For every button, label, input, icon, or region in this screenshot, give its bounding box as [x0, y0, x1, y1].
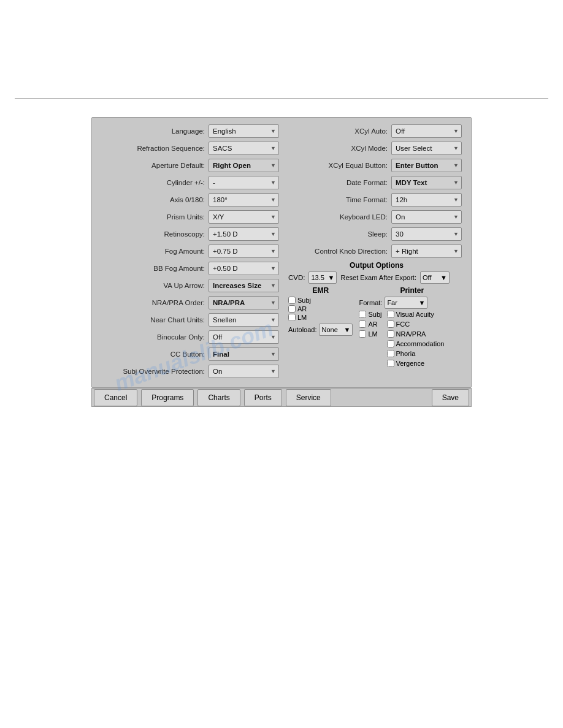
- emr-title: EMR: [288, 286, 353, 295]
- horizontal-divider: [15, 98, 548, 99]
- setting-dropdown[interactable]: Snellen▼: [209, 313, 279, 327]
- right-setting-label: Control Knob Direction:: [288, 248, 391, 255]
- output-options-section: Output Options CVD: 13.5 ▼ Reset Exam Af…: [288, 261, 465, 368]
- setting-label: NRA/PRA Order:: [98, 299, 209, 306]
- left-setting-row: Axis 0/180:180°▼: [98, 192, 282, 207]
- printer-checkbox[interactable]: [359, 320, 366, 328]
- setting-dropdown[interactable]: 180°▼: [209, 193, 279, 207]
- programs-button[interactable]: Programs: [141, 389, 194, 406]
- emr-checkbox-row: LM: [288, 314, 353, 321]
- right-setting-dropdown[interactable]: User Select▼: [391, 142, 462, 155]
- autoload-dropdown[interactable]: None ▼: [319, 324, 353, 336]
- left-setting-row: Subj Overwrite Protection:On▼: [98, 364, 282, 379]
- setting-label: Near Chart Units:: [98, 316, 209, 324]
- printer-checkbox-label: NRA/PRA: [396, 330, 426, 338]
- right-setting-row: Control Knob Direction:+ Right▼: [288, 244, 465, 259]
- right-setting-label: Date Format:: [288, 179, 391, 186]
- left-setting-row: BB Fog Amount:+0.50 D▼: [98, 261, 282, 276]
- autoload-label: Autoload:: [288, 326, 316, 333]
- left-setting-row: Refraction Sequence:SACS▼: [98, 141, 282, 156]
- right-setting-label: Sleep:: [288, 230, 391, 238]
- right-settings-column: XCyl Auto:Off▼XCyl Mode:User Select▼XCyl…: [288, 124, 465, 381]
- charts-button[interactable]: Charts: [197, 389, 240, 406]
- right-setting-row: Sleep:30▼: [288, 227, 465, 241]
- printer-checkbox-row: Visual Acuity: [387, 311, 445, 318]
- printer-checkbox-label: Accommodation: [396, 340, 445, 347]
- setting-dropdown[interactable]: -▼: [209, 176, 279, 189]
- printer-box: Printer Format: Far ▼ SubjARLM Visual: [359, 286, 465, 368]
- left-setting-row: Prism Units:X/Y▼: [98, 210, 282, 224]
- printer-checkbox[interactable]: [387, 350, 394, 357]
- bottom-toolbar: Cancel Programs Charts Ports Service Sav…: [91, 389, 472, 407]
- printer-checkbox[interactable]: [359, 311, 366, 318]
- printer-checkbox-label: AR: [368, 320, 377, 328]
- emr-checkbox[interactable]: [288, 297, 296, 304]
- emr-box: EMR SubjARLM Autoload: None ▼: [288, 286, 353, 368]
- cancel-button[interactable]: Cancel: [94, 389, 137, 406]
- printer-format-dropdown[interactable]: Far ▼: [385, 297, 427, 309]
- setting-label: Axis 0/180:: [98, 196, 209, 203]
- emr-checkbox[interactable]: [288, 314, 296, 321]
- setting-dropdown[interactable]: Right Open▼: [209, 159, 279, 172]
- setting-dropdown[interactable]: Final▼: [209, 347, 279, 361]
- right-setting-dropdown[interactable]: 12h▼: [391, 193, 462, 207]
- printer-col2: Visual AcuityFCCNRA/PRAAccommodationPhor…: [387, 311, 445, 368]
- left-settings-column: Language:English▼Refraction Sequence:SAC…: [98, 124, 282, 381]
- setting-label: VA Up Arrow:: [98, 282, 209, 289]
- cvd-label: CVD:: [288, 274, 305, 281]
- setting-dropdown[interactable]: Increases Size▼: [209, 279, 279, 292]
- setting-dropdown[interactable]: NRA/PRA▼: [209, 296, 279, 309]
- emr-checkbox-row: Subj: [288, 297, 353, 304]
- service-button[interactable]: Service: [286, 389, 331, 406]
- printer-checkbox[interactable]: [387, 360, 394, 367]
- printer-checkbox[interactable]: [387, 340, 394, 347]
- setting-label: CC Button:: [98, 351, 209, 358]
- right-setting-label: XCyl Auto:: [288, 127, 391, 135]
- output-options-title: Output Options: [288, 261, 465, 270]
- right-setting-row: XCyl Auto:Off▼: [288, 124, 465, 138]
- emr-checkbox[interactable]: [288, 305, 296, 313]
- left-setting-row: VA Up Arrow:Increases Size▼: [98, 278, 282, 293]
- left-setting-row: CC Button:Final▼: [98, 347, 282, 362]
- right-setting-label: Keyboard LED:: [288, 213, 391, 221]
- printer-checkbox[interactable]: [359, 330, 366, 338]
- setting-label: Refraction Sequence:: [98, 145, 209, 152]
- emr-checkbox-label: AR: [297, 305, 307, 313]
- left-setting-row: Binocular Only:Off▼: [98, 330, 282, 344]
- printer-col1: SubjARLM: [359, 311, 381, 368]
- emr-checkboxes: SubjARLM: [288, 297, 353, 321]
- cvd-dropdown[interactable]: 13.5 ▼: [308, 271, 337, 284]
- emr-checkbox-row: AR: [288, 305, 353, 313]
- left-setting-row: Retinoscopy:+1.50 D▼: [98, 227, 282, 241]
- printer-checkbox[interactable]: [387, 320, 394, 328]
- save-button[interactable]: Save: [432, 389, 469, 406]
- setting-dropdown[interactable]: +0.75 D▼: [209, 245, 279, 258]
- right-setting-dropdown[interactable]: On▼: [391, 210, 462, 224]
- right-setting-dropdown[interactable]: 30▼: [391, 227, 462, 241]
- ports-button[interactable]: Ports: [244, 389, 282, 406]
- right-setting-dropdown[interactable]: Off▼: [391, 124, 462, 138]
- right-setting-dropdown[interactable]: MDY Text▼: [391, 176, 462, 189]
- printer-checkbox-label: Phoria: [396, 350, 416, 357]
- setting-dropdown[interactable]: English▼: [209, 124, 279, 138]
- right-setting-dropdown[interactable]: Enter Button▼: [391, 159, 462, 172]
- setting-label: Language:: [98, 127, 209, 135]
- autoload-row: Autoload: None ▼: [288, 324, 353, 336]
- printer-checkbox-row: AR: [359, 320, 381, 328]
- printer-checkbox-row: Vergence: [387, 360, 445, 367]
- printer-checkbox-row: Subj: [359, 311, 381, 318]
- right-setting-row: XCyl Equal Button:Enter Button▼: [288, 158, 465, 173]
- setting-dropdown[interactable]: Off▼: [209, 330, 279, 344]
- right-setting-dropdown[interactable]: + Right▼: [391, 245, 462, 258]
- reset-dropdown[interactable]: Off ▼: [420, 271, 450, 284]
- printer-checkbox[interactable]: [387, 311, 394, 318]
- emr-printer-row: EMR SubjARLM Autoload: None ▼: [288, 286, 465, 368]
- printer-checkbox-label: Vergence: [396, 360, 424, 367]
- printer-checkbox[interactable]: [387, 330, 394, 338]
- printer-checks: SubjARLM Visual AcuityFCCNRA/PRAAccommod…: [359, 311, 465, 368]
- setting-dropdown[interactable]: +1.50 D▼: [209, 227, 279, 241]
- setting-dropdown[interactable]: +0.50 D▼: [209, 262, 279, 275]
- setting-dropdown[interactable]: X/Y▼: [209, 210, 279, 224]
- setting-dropdown[interactable]: On▼: [209, 365, 279, 378]
- setting-dropdown[interactable]: SACS▼: [209, 142, 279, 155]
